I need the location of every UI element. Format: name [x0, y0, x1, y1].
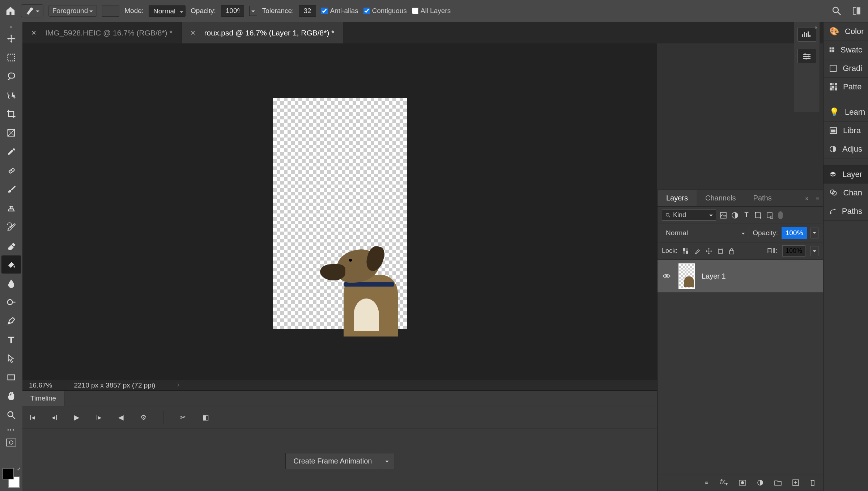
object-select-tool[interactable] [1, 86, 21, 104]
toolbar-expander-icon[interactable]: » [10, 25, 13, 29]
tolerance-input[interactable] [299, 5, 316, 17]
filter-shape-icon[interactable] [754, 211, 762, 220]
contiguous-checkbox[interactable]: Contiguous [363, 7, 407, 15]
swap-colors-icon[interactable]: ⤢ [17, 466, 21, 471]
properties-icon[interactable] [797, 49, 816, 63]
search-icon[interactable] [831, 5, 842, 16]
color-swatches[interactable]: ⤢ [3, 468, 20, 488]
move-tool[interactable] [1, 30, 21, 48]
filter-kind-select[interactable]: Kind [662, 209, 716, 221]
transition-icon[interactable]: ◧ [203, 413, 209, 422]
quick-mask-toggle[interactable] [1, 436, 21, 449]
settings-icon[interactable]: ⚙ [140, 413, 146, 422]
dodge-tool[interactable] [1, 293, 21, 311]
go-first-icon[interactable]: I◂ [30, 413, 35, 422]
lock-all-icon[interactable] [729, 248, 735, 254]
filter-adjust-icon[interactable] [731, 211, 739, 220]
blend-mode-select[interactable]: Normal [149, 5, 186, 17]
fx-icon[interactable]: fx▾ [720, 478, 728, 487]
panel-menu-icon[interactable]: ≡ [812, 195, 823, 202]
collapse-chevron-icon[interactable]: « [814, 24, 817, 30]
panel-item-gradients[interactable]: Gradi [824, 59, 868, 78]
brush-tool[interactable] [1, 180, 21, 198]
close-icon[interactable]: ✕ [190, 29, 196, 37]
tab-channels[interactable]: Channels [697, 190, 745, 206]
canvas-area[interactable] [22, 43, 657, 380]
opacity-dropdown[interactable] [249, 6, 257, 16]
tab-paths[interactable]: Paths [745, 190, 780, 206]
delete-layer-icon[interactable] [810, 479, 816, 486]
all-layers-checkbox[interactable]: All Layers [412, 7, 451, 15]
link-layers-icon[interactable]: ⚭ [704, 479, 709, 487]
adjustment-layer-icon[interactable] [757, 479, 763, 486]
chevron-right-icon[interactable]: 〉 [177, 382, 182, 389]
panel-item-paths[interactable]: Paths [824, 202, 868, 221]
panel-item-channels[interactable]: Chan [824, 184, 868, 202]
pen-tool[interactable] [1, 312, 21, 330]
layer-row[interactable]: Layer 1 [658, 260, 823, 293]
clone-stamp-tool[interactable] [1, 199, 21, 217]
document-tab[interactable]: ✕ IMG_5928.HEIC @ 16.7% (RGB/8*) * [22, 22, 182, 43]
new-layer-icon[interactable] [792, 479, 799, 486]
create-frame-animation[interactable]: Create Frame Animation [285, 453, 395, 469]
panel-item-learn[interactable]: 💡Learn [824, 103, 868, 122]
lock-artboard-icon[interactable] [717, 248, 724, 254]
workspace-icon[interactable] [852, 6, 861, 16]
filter-pixel-icon[interactable] [719, 211, 728, 220]
timeline-tab[interactable]: Timeline [22, 391, 64, 406]
panel-item-color[interactable]: 🎨Color [824, 22, 868, 41]
layer-fill-input[interactable] [782, 245, 805, 257]
pattern-swatch[interactable] [102, 5, 119, 17]
panel-item-adjustments[interactable]: Adjus [824, 140, 868, 158]
mask-icon[interactable] [739, 480, 746, 486]
opacity-dropdown[interactable] [810, 228, 818, 238]
frame-tool[interactable] [1, 124, 21, 142]
lock-position-icon[interactable] [706, 248, 712, 254]
fill-source-select[interactable]: Foreground [48, 5, 97, 17]
mute-icon[interactable]: ◀ [118, 413, 124, 422]
paint-bucket-tool[interactable] [1, 255, 21, 274]
eraser-tool[interactable] [1, 237, 21, 255]
document-tab[interactable]: ✕ roux.psd @ 16.7% (Layer 1, RGB/8*) * [182, 22, 344, 43]
tab-layers[interactable]: Layers [658, 190, 697, 206]
panel-item-swatches[interactable]: Swatc [824, 41, 868, 59]
edit-toolbar[interactable]: ••• [1, 425, 21, 436]
path-select-tool[interactable] [1, 350, 21, 368]
layer-thumbnail[interactable] [678, 263, 695, 289]
next-frame-icon[interactable]: I▸ [96, 413, 102, 422]
history-brush-tool[interactable] [1, 218, 21, 236]
panel-item-libraries[interactable]: Libra [824, 122, 868, 140]
zoom-level[interactable]: 16.67% [29, 381, 52, 389]
type-tool[interactable] [1, 331, 21, 349]
blur-tool[interactable] [1, 274, 21, 292]
filter-type-icon[interactable]: T [742, 211, 751, 220]
zoom-tool[interactable] [1, 406, 21, 424]
filter-smart-icon[interactable] [765, 211, 774, 220]
antialias-checkbox[interactable]: Anti-alias [321, 7, 358, 15]
shape-tool[interactable] [1, 368, 21, 386]
prev-frame-icon[interactable]: ◂I [52, 413, 57, 422]
panel-item-patterns[interactable]: Patte [824, 78, 868, 96]
filter-toggle[interactable] [778, 211, 783, 219]
eyedropper-tool[interactable] [1, 143, 21, 161]
panel-item-layers[interactable]: Layer [824, 165, 868, 184]
home-icon[interactable] [5, 5, 16, 16]
collapse-icon[interactable]: » [802, 195, 812, 202]
scissors-icon[interactable]: ✂ [180, 413, 186, 422]
healing-tool[interactable] [1, 161, 21, 179]
close-icon[interactable]: ✕ [31, 29, 37, 37]
lock-pixels-icon[interactable] [694, 248, 701, 254]
lasso-tool[interactable] [1, 67, 21, 85]
chevron-down-icon[interactable] [380, 453, 394, 469]
opacity-input[interactable] [221, 5, 244, 17]
document-info[interactable]: 2210 px x 3857 px (72 ppi) [74, 381, 155, 389]
play-icon[interactable]: ▶ [74, 413, 80, 422]
hand-tool[interactable] [1, 387, 21, 405]
layer-opacity-input[interactable] [782, 227, 807, 239]
fill-dropdown[interactable] [810, 246, 818, 256]
group-icon[interactable] [774, 480, 782, 486]
layer-name[interactable]: Layer 1 [702, 272, 726, 280]
marquee-tool[interactable] [1, 48, 21, 67]
visibility-toggle[interactable] [663, 273, 672, 279]
histogram-icon[interactable] [797, 27, 816, 42]
